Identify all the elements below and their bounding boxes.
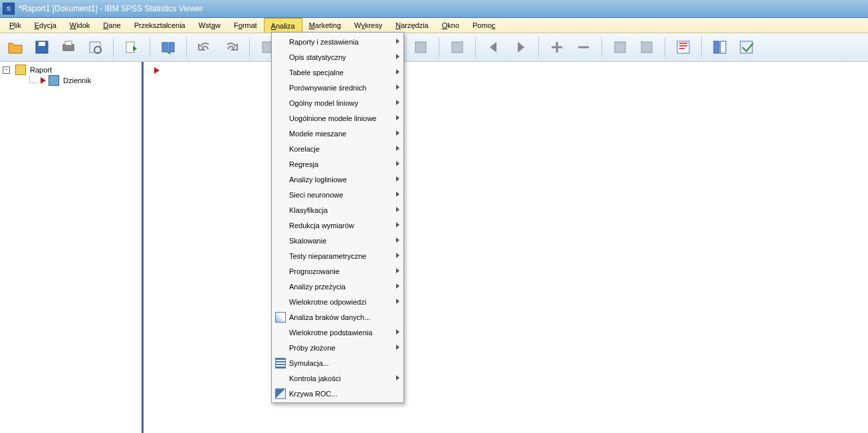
- submenu-arrow-icon: [396, 84, 399, 90]
- undo-icon[interactable]: [193, 36, 216, 59]
- toolbar-separator: [601, 37, 602, 57]
- toolbar-separator: [665, 37, 665, 57]
- svg-rect-17: [641, 42, 652, 53]
- menu-item-4[interactable]: Ogólny model liniowy: [272, 95, 403, 110]
- export-icon[interactable]: [120, 36, 143, 59]
- submenu-arrow-icon: [396, 115, 399, 120]
- menu-item-label: Regresja: [289, 160, 318, 168]
- menu-item-17[interactable]: Wielokrotne odpowiedzi: [272, 294, 403, 309]
- log-icon: [49, 75, 59, 86]
- menu-item-2[interactable]: Tabele specjalne: [272, 65, 403, 80]
- redo-icon[interactable]: [220, 36, 243, 59]
- outline-child-row[interactable]: Dziennik: [21, 75, 139, 86]
- back-icon[interactable]: [483, 36, 505, 59]
- menu-wykresy[interactable]: Wykresy: [348, 18, 389, 33]
- submenu-arrow-icon: [396, 161, 399, 166]
- menu-item-label: Analizy logliniowe: [289, 176, 347, 184]
- menu-item-23[interactable]: Krzywa ROC...: [272, 386, 403, 401]
- variables-icon[interactable]: [409, 36, 432, 59]
- designate-window-icon[interactable]: [672, 36, 695, 59]
- menu-item-label: Wielokrotne podstawienia: [289, 329, 372, 337]
- menu-item-9[interactable]: Analizy logliniowe: [272, 172, 403, 187]
- toggle-icon[interactable]: [735, 36, 758, 59]
- menu-item-label: Analiza braków danych...: [289, 313, 370, 321]
- menu-item-8[interactable]: Regresja: [272, 156, 403, 172]
- submenu-arrow-icon: [396, 192, 399, 197]
- ico1-icon: [275, 312, 286, 323]
- menu-item-label: Klasyfikacja: [289, 206, 328, 214]
- menu-edycja[interactable]: Edycja: [28, 18, 63, 33]
- menu-item-7[interactable]: Korelacje: [272, 141, 403, 156]
- submenu-arrow-icon: [396, 69, 399, 74]
- print-icon[interactable]: [57, 36, 80, 59]
- menu-item-19[interactable]: Wielokrotne podstawienia: [272, 325, 403, 340]
- menu-dane[interactable]: Dane: [96, 18, 127, 33]
- menu-item-16[interactable]: Analizy przeżycia: [272, 279, 403, 294]
- menu-item-label: Redukcja wymiarów: [289, 221, 354, 229]
- outline-root-row[interactable]: − Raport: [3, 65, 139, 75]
- zoom-in-icon[interactable]: [546, 36, 568, 59]
- menu-item-22[interactable]: Kontrola jakości: [272, 370, 403, 386]
- menu-analiza[interactable]: Analiza: [264, 18, 302, 33]
- pivot-icon[interactable]: [446, 36, 469, 59]
- menu-item-10[interactable]: Sieci neuronowe: [272, 187, 403, 202]
- menu-item-6[interactable]: Modele mieszane: [272, 126, 403, 141]
- open-icon[interactable]: [4, 36, 27, 59]
- submenu-arrow-icon: [396, 130, 399, 136]
- menu-narzędzia[interactable]: Narzędzia: [389, 18, 435, 33]
- menu-wstaw[interactable]: Wstaw: [192, 18, 227, 33]
- menu-item-label: Uogólnione modele liniowe: [289, 114, 376, 122]
- submenu-arrow-icon: [396, 268, 399, 273]
- menu-item-12[interactable]: Redukcja wymiarów: [272, 217, 403, 233]
- analiza-menu: Raporty i zestawieniaOpis statystycznyTa…: [271, 32, 404, 403]
- menu-item-20[interactable]: Próby złożone: [272, 340, 403, 355]
- menu-item-13[interactable]: Skalowanie: [272, 233, 403, 248]
- ico2-icon: [275, 358, 286, 368]
- submenu-arrow-icon: [396, 176, 399, 182]
- insertion-marker-icon: [153, 67, 161, 74]
- outline-pane[interactable]: − Raport Dziennik: [0, 62, 144, 433]
- menu-przekształcenia[interactable]: Przekształcenia: [128, 18, 192, 33]
- menu-item-0[interactable]: Raporty i zestawienia: [272, 34, 403, 49]
- collapse-icon[interactable]: −: [3, 67, 10, 74]
- goto-icon[interactable]: [635, 36, 658, 59]
- dialog-recall-icon[interactable]: [157, 36, 179, 59]
- svg-rect-16: [615, 42, 625, 53]
- menu-item-15[interactable]: Prognozowanie: [272, 263, 403, 279]
- submenu-arrow-icon: [396, 283, 399, 289]
- menu-item-21[interactable]: Symulacja...: [272, 355, 403, 370]
- print-preview-icon[interactable]: [84, 36, 106, 59]
- menu-item-label: Testy nieparametryczne: [289, 252, 366, 260]
- submenu-arrow-icon: [396, 222, 399, 227]
- menu-item-18[interactable]: Analiza braków danych...: [272, 309, 403, 325]
- menu-item-1[interactable]: Opis statystyczny: [272, 49, 403, 65]
- menu-widok[interactable]: Widok: [63, 18, 97, 33]
- menu-item-label: Symulacja...: [289, 359, 329, 367]
- menu-item-label: Ogólny model liniowy: [289, 99, 358, 107]
- toolbar-separator: [475, 37, 476, 57]
- save-icon[interactable]: [31, 36, 53, 59]
- menu-okno[interactable]: Okno: [435, 18, 466, 33]
- toolbar-separator: [150, 37, 150, 57]
- menu-item-label: Porównywanie średnich: [289, 84, 366, 92]
- menu-item-11[interactable]: Klasyfikacja: [272, 202, 403, 217]
- menu-plik[interactable]: Plik: [3, 18, 28, 33]
- viewer-pane[interactable]: [144, 62, 868, 433]
- menu-item-14[interactable]: Testy nieparametryczne: [272, 248, 403, 263]
- svg-rect-1: [39, 42, 45, 46]
- menu-marketing[interactable]: Marketing: [302, 18, 348, 33]
- report-icon: [15, 65, 26, 75]
- submenu-arrow-icon: [396, 253, 399, 258]
- submenu-arrow-icon: [396, 329, 399, 335]
- split-icon[interactable]: [708, 36, 731, 59]
- menu-pomoc[interactable]: Pomoc: [466, 18, 502, 33]
- menu-format[interactable]: Format: [227, 18, 264, 33]
- find-icon[interactable]: [609, 36, 631, 59]
- tree-connector: [29, 76, 37, 83]
- menu-item-3[interactable]: Porównywanie średnich: [272, 80, 403, 95]
- forward-icon[interactable]: [509, 36, 532, 59]
- svg-rect-15: [452, 42, 463, 53]
- menu-item-5[interactable]: Uogólnione modele liniowe: [272, 110, 403, 126]
- submenu-arrow-icon: [396, 146, 399, 151]
- zoom-out-icon[interactable]: [572, 36, 595, 59]
